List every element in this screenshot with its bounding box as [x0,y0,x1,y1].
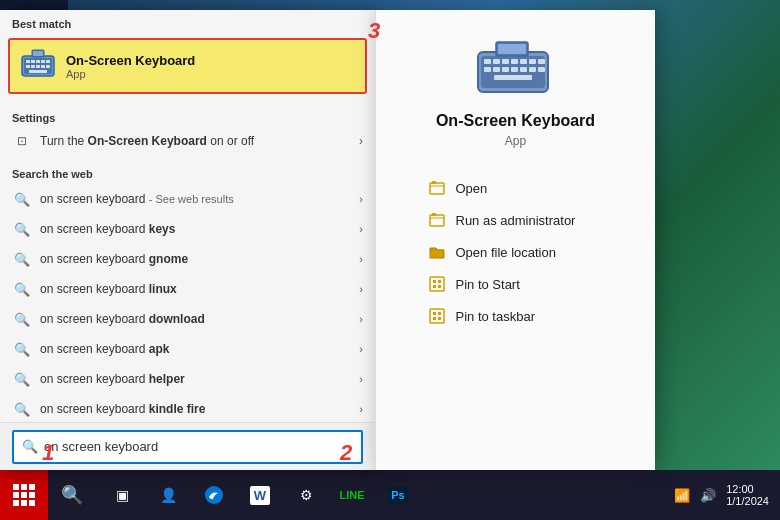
taskbar-settings[interactable]: ⚙ [284,473,328,517]
best-match-name: On-Screen Keyboard [66,53,195,68]
right-panel: On-Screen Keyboard App Open Run as a [375,10,655,470]
svg-rect-23 [493,59,500,64]
svg-rect-10 [26,65,30,68]
web-see-results: - See web results [149,193,234,205]
svg-rect-27 [529,59,536,64]
svg-rect-25 [511,59,518,64]
windows-logo-icon [13,484,35,506]
photoshop-icon: Ps [388,487,407,503]
admin-icon [428,211,446,229]
svg-rect-38 [432,181,436,184]
search-small-icon: 🔍 [22,439,38,454]
svg-rect-45 [438,285,441,288]
web-item-6[interactable]: 🔍 on screen keyboard helper › [0,364,375,394]
svg-rect-6 [31,60,35,63]
web-arrow-1: › [359,223,363,235]
svg-rect-50 [438,317,441,320]
svg-rect-48 [438,312,441,315]
svg-rect-28 [538,59,545,64]
svg-rect-42 [433,280,436,283]
svg-rect-34 [529,67,536,72]
svg-rect-8 [41,60,45,63]
right-panel-keyboard-icon [476,40,556,100]
start-menu: Best match [0,10,375,470]
web-item-0[interactable]: 🔍 on screen keyboard - See web results › [0,184,375,214]
svg-rect-21 [498,44,526,54]
search-input[interactable] [44,439,353,454]
context-open-label: Open [456,181,488,196]
web-search-section: Search the web 🔍 on screen keyboard - Se… [0,160,375,422]
taskbar-ps[interactable]: Ps [376,473,420,517]
taskbar-task-view[interactable]: ▣ [100,473,144,517]
taskbar-line[interactable]: LINE [330,473,374,517]
right-panel-subtitle: App [505,134,526,148]
svg-rect-13 [41,65,45,68]
best-match-type: App [66,68,195,80]
context-pin-taskbar[interactable]: Pin to taskbar [416,300,616,332]
taskbar-edge[interactable] [192,473,236,517]
pin-start-icon [428,275,446,293]
search-input-container[interactable]: 🔍 [12,430,363,464]
svg-rect-17 [33,51,43,56]
best-match-item[interactable]: On-Screen Keyboard App [8,38,367,94]
svg-rect-40 [432,213,436,216]
svg-rect-32 [511,67,518,72]
search-icon-7: 🔍 [12,399,32,419]
context-open-location[interactable]: Open file location [416,236,616,268]
search-results-panel: Best match [0,10,375,422]
context-run-admin[interactable]: Run as administrator [416,204,616,236]
svg-rect-36 [494,75,532,80]
context-open[interactable]: Open [416,172,616,204]
web-item-5[interactable]: 🔍 on screen keyboard apk › [0,334,375,364]
settings-item-text: Turn the On-Screen Keyboard on or off [40,134,351,148]
best-match-label: Best match [0,10,375,34]
web-arrow-6: › [359,373,363,385]
context-pin-taskbar-label: Pin to taskbar [456,309,536,324]
svg-rect-44 [433,285,436,288]
svg-rect-15 [29,70,47,73]
web-item-2[interactable]: 🔍 on screen keyboard gnome › [0,244,375,274]
search-icon-4: 🔍 [12,309,32,329]
svg-rect-9 [46,60,50,63]
taskbar-search-button[interactable]: 🔍 [48,470,96,520]
search-bar-area: 🔍 [0,422,375,470]
web-item-1[interactable]: 🔍 on screen keyboard keys › [0,214,375,244]
settings-toggle-item[interactable]: ⊡ Turn the On-Screen Keyboard on or off … [0,128,375,154]
svg-rect-33 [520,67,527,72]
svg-rect-11 [31,65,35,68]
line-icon: LINE [339,489,364,501]
word-icon: W [250,486,270,505]
taskbar-people[interactable]: 👤 [146,473,190,517]
web-item-7[interactable]: 🔍 on screen keyboard kindle fire › [0,394,375,422]
search-icon-1: 🔍 [12,219,32,239]
svg-rect-29 [484,67,491,72]
svg-rect-7 [36,60,40,63]
web-item-3[interactable]: 🔍 on screen keyboard linux › [0,274,375,304]
search-icon-6: 🔍 [12,369,32,389]
svg-rect-46 [430,309,444,323]
svg-rect-24 [502,59,509,64]
svg-rect-12 [36,65,40,68]
context-pin-start-label: Pin to Start [456,277,520,292]
taskbar: 🔍 ▣ 👤 W ⚙ LINE Ps 📶 🔊 12:001/1/202 [0,470,780,520]
taskbar-word[interactable]: W [238,473,282,517]
tray-clock: 12:001/1/2024 [723,483,772,507]
tray-network-icon[interactable]: 📶 [671,488,693,503]
toggle-icon: ⊡ [12,133,32,149]
svg-rect-30 [493,67,500,72]
svg-rect-14 [46,65,50,68]
keyboard-icon [20,48,56,84]
right-panel-title: On-Screen Keyboard [436,112,595,130]
taskbar-icons-area: ▣ 👤 W ⚙ LINE Ps [96,473,663,517]
svg-rect-41 [430,277,444,291]
taskbar-search-icon: 🔍 [61,484,83,506]
search-icon-5: 🔍 [12,339,32,359]
web-item-4[interactable]: 🔍 on screen keyboard download › [0,304,375,334]
tray-volume-icon[interactable]: 🔊 [697,488,719,503]
search-icon-3: 🔍 [12,279,32,299]
svg-rect-47 [433,312,436,315]
edge-icon [204,485,224,505]
start-button[interactable] [0,470,48,520]
taskbar-tray: 📶 🔊 12:001/1/2024 [663,483,780,507]
context-pin-start[interactable]: Pin to Start [416,268,616,300]
